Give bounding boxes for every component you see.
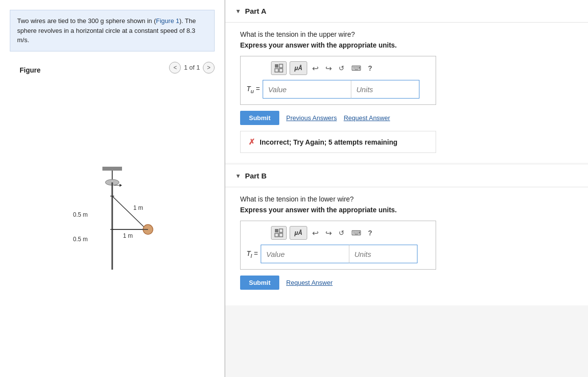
part-b-express: Express your answer with the appropriate… (240, 206, 573, 214)
part-b-reload-button[interactable]: ↺ (337, 228, 346, 238)
part-b-redo-button[interactable]: ↪ (323, 227, 334, 239)
part-b-content: What is the tension in the lower wire? E… (225, 187, 588, 305)
help-button[interactable]: ? (366, 63, 374, 73)
left-panel: Two wires are tied to the 300 g sphere s… (0, 0, 225, 377)
matrix-tool-button[interactable] (271, 61, 287, 75)
prev-arrow-icon: < (173, 64, 177, 71)
problem-statement: Two wires are tied to the 300 g sphere s… (10, 10, 215, 51)
part-a-prev-answers-button[interactable]: Previous Answers (286, 114, 337, 122)
figure-pages: 1 of 1 (184, 64, 200, 71)
svg-rect-19 (279, 69, 283, 72)
part-b-submit-button[interactable]: Submit (240, 276, 279, 290)
part-a-error-text: Incorrect; Try Again; 5 attempts remaini… (260, 138, 397, 146)
part-b-answer-box: μÅ ↩ ↪ ↺ ⌨ ? Tl = (240, 221, 436, 270)
problem-text-before: Two wires are tied to the 300 g sphere s… (17, 17, 156, 25)
part-b-undo-button[interactable]: ↩ (310, 227, 320, 239)
part-b-chevron[interactable]: ▼ (235, 173, 241, 179)
figure-area: 1 m 0.5 m 0.5 m 1 m (0, 74, 224, 377)
part-b-input-row: Tl = (246, 245, 430, 263)
undo-button[interactable]: ↩ (310, 63, 320, 74)
part-a-toolbar: μÅ ↩ ↪ ↺ ⌨ ? (246, 61, 430, 75)
part-a-content: What is the tension in the upper wire? E… (225, 23, 588, 163)
part-a-header: ▼ Part A (225, 0, 588, 23)
prev-figure-button[interactable]: < (169, 62, 181, 74)
redo-button[interactable]: ↪ (323, 63, 334, 74)
part-b-matrix-tool-button[interactable] (271, 226, 287, 240)
part-b-value-input[interactable] (261, 245, 349, 263)
svg-rect-22 (275, 233, 278, 237)
part-b-label: Tl = (246, 250, 258, 259)
error-icon: ✗ (248, 137, 255, 147)
part-a-submit-button[interactable]: Submit (240, 111, 279, 125)
figure-link[interactable]: Figure 1 (156, 17, 179, 25)
svg-marker-15 (120, 184, 122, 187)
svg-rect-23 (279, 233, 283, 237)
part-a-input-row: Tu = (246, 80, 430, 99)
part-a-express: Express your answer with the appropriate… (240, 41, 573, 49)
svg-rect-17 (279, 64, 283, 68)
svg-rect-21 (279, 229, 283, 232)
svg-line-4 (112, 196, 147, 229)
part-a-error-box: ✗ Incorrect; Try Again; 5 attempts remai… (240, 131, 436, 153)
svg-rect-0 (102, 167, 122, 171)
part-a-section: ▼ Part A What is the tension in the uppe… (225, 0, 588, 163)
part-a-value-input[interactable] (263, 80, 351, 99)
part-a-title: Part A (245, 7, 267, 15)
reload-button[interactable]: ↺ (337, 63, 346, 73)
part-b-header: ▼ Part B (225, 165, 588, 187)
part-b-title: Part B (245, 172, 267, 180)
part-b-request-answer-button[interactable]: Request Answer (286, 279, 333, 286)
matrix-icon (274, 64, 283, 73)
part-a-label: Tu = (246, 85, 260, 94)
part-b-units-input[interactable] (349, 245, 417, 263)
svg-rect-18 (275, 69, 278, 72)
part-b-matrix-icon (274, 228, 283, 237)
units-tool-button[interactable]: μÅ (290, 61, 307, 75)
part-b-section: ▼ Part B What is the tension in the lowe… (225, 165, 588, 305)
part-a-units-input[interactable] (351, 80, 419, 99)
right-panel: ▼ Part A What is the tension in the uppe… (225, 0, 588, 377)
part-b-submit-row: Submit Request Answer (240, 276, 573, 290)
part-b-question: What is the tension in the lower wire? (240, 195, 573, 203)
part-a-request-answer-button[interactable]: Request Answer (343, 114, 390, 122)
keyboard-button[interactable]: ⌨ (349, 63, 363, 73)
svg-text:0.5 m: 0.5 m (73, 211, 88, 218)
part-a-submit-row: Submit Previous Answers Request Answer (240, 111, 573, 125)
part-b-units-tool-button[interactable]: μÅ (290, 226, 307, 240)
part-a-chevron[interactable]: ▼ (235, 8, 241, 15)
svg-text:1 m: 1 m (133, 204, 143, 211)
figure-label: Figure (10, 61, 50, 74)
part-b-toolbar: μÅ ↩ ↪ ↺ ⌨ ? (246, 226, 430, 240)
next-arrow-icon: > (207, 64, 210, 71)
part-b-keyboard-button[interactable]: ⌨ (349, 228, 363, 238)
figure-diagram: 1 m 0.5 m 0.5 m 1 m (44, 157, 181, 294)
svg-rect-16 (275, 64, 278, 68)
svg-text:0.5 m: 0.5 m (73, 236, 88, 243)
svg-text:1 m: 1 m (123, 232, 133, 239)
next-figure-button[interactable]: > (203, 62, 215, 74)
svg-rect-20 (275, 229, 278, 232)
part-a-answer-box: μÅ ↩ ↪ ↺ ⌨ ? Tu = (240, 56, 436, 105)
part-a-question: What is the tension in the upper wire? (240, 30, 573, 38)
part-b-help-button[interactable]: ? (366, 228, 374, 238)
